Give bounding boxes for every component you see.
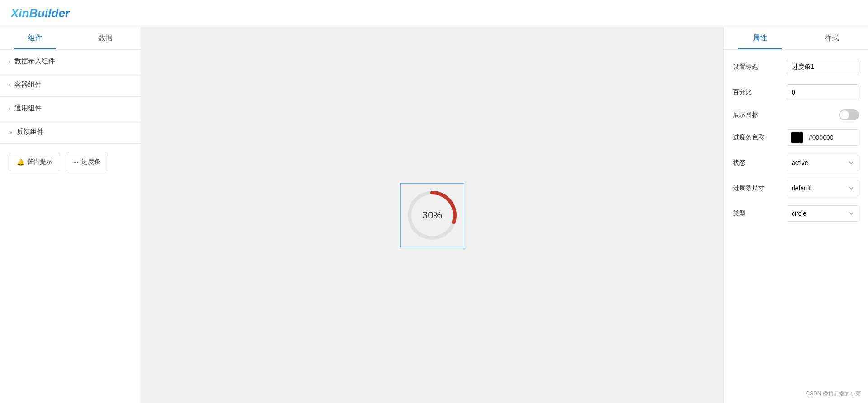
prop-status: 状态 active normal exception success xyxy=(733,155,859,171)
tab-style[interactable]: 样式 xyxy=(796,27,868,49)
tab-data[interactable]: 数据 xyxy=(71,27,141,49)
percent-input[interactable] xyxy=(787,84,859,100)
group-container[interactable]: › 容器组件 xyxy=(0,73,141,97)
main-layout: 组件 数据 › 数据录入组件 › 容器组件 › 通用组件 ∨ 反馈组件 🔔 警告… xyxy=(0,27,868,403)
logo: XinBuilder xyxy=(11,6,70,20)
title-input[interactable] xyxy=(787,59,859,75)
header: XinBuilder xyxy=(0,0,868,27)
component-list: 🔔 警告提示 ··· 进度条 xyxy=(0,144,141,180)
right-panel-tabs: 属性 样式 xyxy=(724,27,868,50)
prop-size: 进度条尺寸 default small xyxy=(733,180,859,196)
component-alert[interactable]: 🔔 警告提示 xyxy=(9,153,60,171)
progress-icon: ··· xyxy=(73,158,79,166)
prop-type-label: 类型 xyxy=(733,209,745,218)
chevron-right-icon: › xyxy=(9,82,11,88)
chevron-down-icon: ∨ xyxy=(9,129,13,135)
canvas-area: 30% xyxy=(141,27,723,403)
prop-title: 设置标题 xyxy=(733,59,859,75)
prop-status-label: 状态 xyxy=(733,159,745,167)
color-swatch xyxy=(791,131,803,144)
prop-color: 进度条色彩 #000000 xyxy=(733,129,859,146)
prop-color-label: 进度条色彩 xyxy=(733,133,764,142)
group-feedback[interactable]: ∨ 反馈组件 xyxy=(0,120,141,144)
show-icon-toggle[interactable] xyxy=(839,109,859,120)
prop-type: 类型 circle line dashboard xyxy=(733,205,859,222)
chevron-right-icon: › xyxy=(9,105,11,112)
alert-icon: 🔔 xyxy=(17,158,24,166)
sidebar: 组件 数据 › 数据录入组件 › 容器组件 › 通用组件 ∨ 反馈组件 🔔 警告… xyxy=(0,27,141,403)
prop-title-label: 设置标题 xyxy=(733,63,758,71)
color-value-text: #000000 xyxy=(809,134,834,141)
group-general[interactable]: › 通用组件 xyxy=(0,97,141,120)
sidebar-tabs: 组件 数据 xyxy=(0,27,141,50)
right-panel: 属性 样式 设置标题 百分比 展示图标 xyxy=(723,27,868,403)
tab-components[interactable]: 组件 xyxy=(0,27,71,49)
circle-progress: 30% xyxy=(405,188,459,242)
tab-properties[interactable]: 属性 xyxy=(724,27,796,49)
type-select[interactable]: circle line dashboard xyxy=(787,205,859,222)
progress-text: 30% xyxy=(422,209,442,221)
chevron-right-icon: › xyxy=(9,58,11,65)
prop-percent-label: 百分比 xyxy=(733,88,752,96)
status-select[interactable]: active normal exception success xyxy=(787,155,859,171)
prop-show-icon: 展示图标 xyxy=(733,109,859,120)
properties-content: 设置标题 百分比 展示图标 进度条色彩 #000000 xyxy=(724,50,868,231)
prop-show-icon-label: 展示图标 xyxy=(733,111,758,119)
prop-percent: 百分比 xyxy=(733,84,859,100)
footer-credit: CSDN @搞前端的小菜 xyxy=(806,390,861,398)
component-progress[interactable]: ··· 进度条 xyxy=(66,153,108,171)
prop-size-label: 进度条尺寸 xyxy=(733,184,764,192)
canvas-widget[interactable]: 30% xyxy=(400,183,464,247)
color-picker[interactable]: #000000 xyxy=(787,129,859,146)
size-select[interactable]: default small xyxy=(787,180,859,196)
group-data-entry[interactable]: › 数据录入组件 xyxy=(0,50,141,73)
